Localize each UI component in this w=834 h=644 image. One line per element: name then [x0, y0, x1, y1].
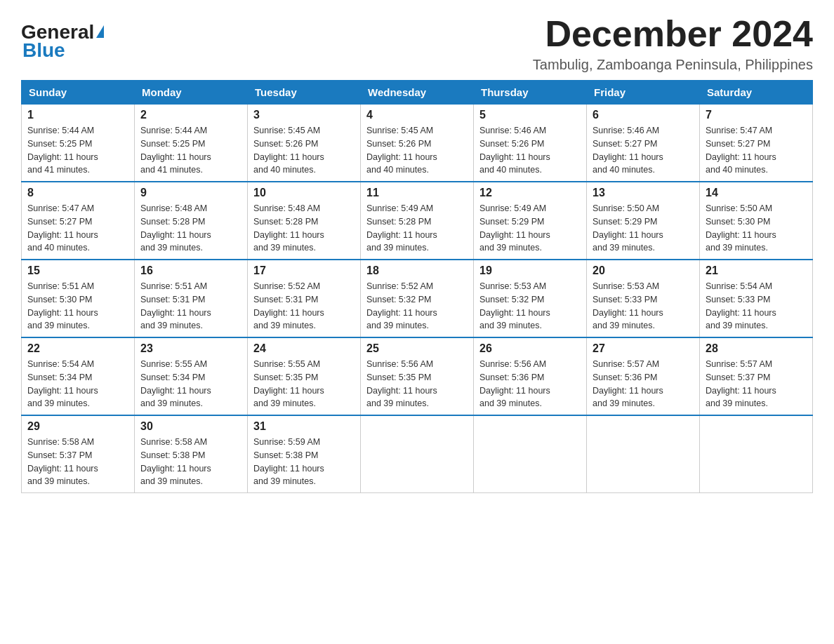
calendar-cell: [700, 415, 813, 493]
day-number: 14: [706, 187, 807, 199]
title-block: December 2024 Tambulig, Zamboanga Penins…: [533, 14, 813, 73]
col-wednesday: Wednesday: [361, 81, 474, 105]
day-info: Sunrise: 5:49 AMSunset: 5:29 PMDaylight:…: [479, 203, 550, 253]
calendar-cell: 18 Sunrise: 5:52 AMSunset: 5:32 PMDaylig…: [361, 260, 474, 337]
header-row: Sunday Monday Tuesday Wednesday Thursday…: [22, 81, 813, 105]
col-thursday: Thursday: [474, 81, 587, 105]
calendar-table: Sunday Monday Tuesday Wednesday Thursday…: [21, 80, 813, 493]
day-info: Sunrise: 5:55 AMSunset: 5:35 PMDaylight:…: [253, 359, 324, 408]
day-number: 23: [140, 342, 241, 355]
page-header: General Blue December 2024 Tambulig, Zam…: [21, 14, 813, 73]
day-number: 18: [366, 264, 468, 277]
col-sunday: Sunday: [22, 81, 135, 105]
calendar-cell: 4 Sunrise: 5:45 AMSunset: 5:26 PMDayligh…: [361, 105, 474, 182]
day-info: Sunrise: 5:46 AMSunset: 5:27 PMDaylight:…: [593, 126, 663, 175]
calendar-cell: 24 Sunrise: 5:55 AMSunset: 5:35 PMDaylig…: [248, 337, 361, 415]
calendar-cell: 26 Sunrise: 5:56 AMSunset: 5:36 PMDaylig…: [474, 337, 587, 415]
day-info: Sunrise: 5:47 AMSunset: 5:27 PMDaylight:…: [706, 126, 776, 175]
calendar-cell: 15 Sunrise: 5:51 AMSunset: 5:30 PMDaylig…: [22, 260, 135, 337]
calendar-cell: 11 Sunrise: 5:49 AMSunset: 5:28 PMDaylig…: [361, 182, 474, 260]
calendar-cell: 3 Sunrise: 5:45 AMSunset: 5:26 PMDayligh…: [248, 105, 361, 182]
location-subtitle: Tambulig, Zamboanga Peninsula, Philippin…: [533, 57, 813, 73]
day-number: 3: [253, 109, 355, 121]
day-number: 8: [27, 187, 128, 199]
day-number: 17: [253, 264, 355, 277]
calendar-cell: 17 Sunrise: 5:52 AMSunset: 5:31 PMDaylig…: [248, 260, 361, 337]
day-info: Sunrise: 5:48 AMSunset: 5:28 PMDaylight:…: [253, 203, 324, 253]
calendar-cell: 31 Sunrise: 5:59 AMSunset: 5:38 PMDaylig…: [248, 415, 361, 493]
day-info: Sunrise: 5:53 AMSunset: 5:32 PMDaylight:…: [479, 281, 550, 330]
calendar-cell: 16 Sunrise: 5:51 AMSunset: 5:31 PMDaylig…: [135, 260, 248, 337]
calendar-cell: 20 Sunrise: 5:53 AMSunset: 5:33 PMDaylig…: [587, 260, 700, 337]
day-info: Sunrise: 5:57 AMSunset: 5:37 PMDaylight:…: [706, 359, 776, 408]
day-number: 5: [479, 109, 581, 121]
day-info: Sunrise: 5:51 AMSunset: 5:31 PMDaylight:…: [140, 281, 211, 330]
day-number: 29: [27, 420, 128, 433]
day-number: 22: [27, 342, 128, 355]
day-number: 27: [593, 342, 694, 355]
day-number: 10: [253, 187, 355, 199]
calendar-cell: 10 Sunrise: 5:48 AMSunset: 5:28 PMDaylig…: [248, 182, 361, 260]
day-info: Sunrise: 5:53 AMSunset: 5:33 PMDaylight:…: [593, 281, 663, 330]
col-tuesday: Tuesday: [248, 81, 361, 105]
day-info: Sunrise: 5:52 AMSunset: 5:32 PMDaylight:…: [366, 281, 437, 330]
day-info: Sunrise: 5:49 AMSunset: 5:28 PMDaylight:…: [366, 203, 437, 253]
day-number: 1: [27, 109, 128, 121]
calendar-cell: [474, 415, 587, 493]
day-info: Sunrise: 5:58 AMSunset: 5:37 PMDaylight:…: [27, 437, 98, 486]
calendar-cell: 12 Sunrise: 5:49 AMSunset: 5:29 PMDaylig…: [474, 182, 587, 260]
day-number: 2: [140, 109, 241, 121]
day-number: 16: [140, 264, 241, 277]
day-info: Sunrise: 5:44 AMSunset: 5:25 PMDaylight:…: [140, 126, 211, 175]
day-number: 21: [706, 264, 807, 277]
calendar-cell: 27 Sunrise: 5:57 AMSunset: 5:36 PMDaylig…: [587, 337, 700, 415]
calendar-cell: 1 Sunrise: 5:44 AMSunset: 5:25 PMDayligh…: [22, 105, 135, 182]
day-info: Sunrise: 5:52 AMSunset: 5:31 PMDaylight:…: [253, 281, 324, 330]
day-info: Sunrise: 5:56 AMSunset: 5:36 PMDaylight:…: [479, 359, 550, 408]
day-number: 4: [366, 109, 468, 121]
calendar-cell: 29 Sunrise: 5:58 AMSunset: 5:37 PMDaylig…: [22, 415, 135, 493]
logo-arrow-icon: [96, 25, 104, 38]
day-number: 11: [366, 187, 468, 199]
day-info: Sunrise: 5:45 AMSunset: 5:26 PMDaylight:…: [253, 126, 324, 175]
day-number: 19: [479, 264, 581, 277]
day-number: 20: [593, 264, 694, 277]
calendar-cell: 22 Sunrise: 5:54 AMSunset: 5:34 PMDaylig…: [22, 337, 135, 415]
calendar-cell: 30 Sunrise: 5:58 AMSunset: 5:38 PMDaylig…: [135, 415, 248, 493]
day-info: Sunrise: 5:50 AMSunset: 5:29 PMDaylight:…: [593, 203, 663, 253]
logo: General Blue: [21, 21, 104, 62]
day-info: Sunrise: 5:51 AMSunset: 5:30 PMDaylight:…: [27, 281, 98, 330]
day-info: Sunrise: 5:57 AMSunset: 5:36 PMDaylight:…: [593, 359, 663, 408]
day-number: 6: [593, 109, 694, 121]
calendar-cell: 8 Sunrise: 5:47 AMSunset: 5:27 PMDayligh…: [22, 182, 135, 260]
day-info: Sunrise: 5:58 AMSunset: 5:38 PMDaylight:…: [140, 437, 211, 486]
calendar-cell: 7 Sunrise: 5:47 AMSunset: 5:27 PMDayligh…: [700, 105, 813, 182]
day-number: 25: [366, 342, 468, 355]
calendar-cell: 21 Sunrise: 5:54 AMSunset: 5:33 PMDaylig…: [700, 260, 813, 337]
calendar-cell: 14 Sunrise: 5:50 AMSunset: 5:30 PMDaylig…: [700, 182, 813, 260]
col-friday: Friday: [587, 81, 700, 105]
week-row-4: 22 Sunrise: 5:54 AMSunset: 5:34 PMDaylig…: [22, 337, 813, 415]
day-info: Sunrise: 5:46 AMSunset: 5:26 PMDaylight:…: [479, 126, 550, 175]
day-number: 15: [27, 264, 128, 277]
day-info: Sunrise: 5:54 AMSunset: 5:34 PMDaylight:…: [27, 359, 98, 408]
month-year-title: December 2024: [533, 14, 813, 54]
day-number: 30: [140, 420, 241, 433]
col-monday: Monday: [135, 81, 248, 105]
day-info: Sunrise: 5:56 AMSunset: 5:35 PMDaylight:…: [366, 359, 437, 408]
week-row-2: 8 Sunrise: 5:47 AMSunset: 5:27 PMDayligh…: [22, 182, 813, 260]
day-info: Sunrise: 5:55 AMSunset: 5:34 PMDaylight:…: [140, 359, 211, 408]
col-saturday: Saturday: [700, 81, 813, 105]
day-number: 24: [253, 342, 355, 355]
calendar-cell: 2 Sunrise: 5:44 AMSunset: 5:25 PMDayligh…: [135, 105, 248, 182]
day-number: 12: [479, 187, 581, 199]
day-number: 7: [706, 109, 807, 121]
day-number: 31: [253, 420, 355, 433]
week-row-1: 1 Sunrise: 5:44 AMSunset: 5:25 PMDayligh…: [22, 105, 813, 182]
day-info: Sunrise: 5:59 AMSunset: 5:38 PMDaylight:…: [253, 437, 324, 486]
calendar-cell: 28 Sunrise: 5:57 AMSunset: 5:37 PMDaylig…: [700, 337, 813, 415]
day-number: 13: [593, 187, 694, 199]
day-info: Sunrise: 5:44 AMSunset: 5:25 PMDaylight:…: [27, 126, 98, 175]
calendar-cell: 9 Sunrise: 5:48 AMSunset: 5:28 PMDayligh…: [135, 182, 248, 260]
week-row-3: 15 Sunrise: 5:51 AMSunset: 5:30 PMDaylig…: [22, 260, 813, 337]
